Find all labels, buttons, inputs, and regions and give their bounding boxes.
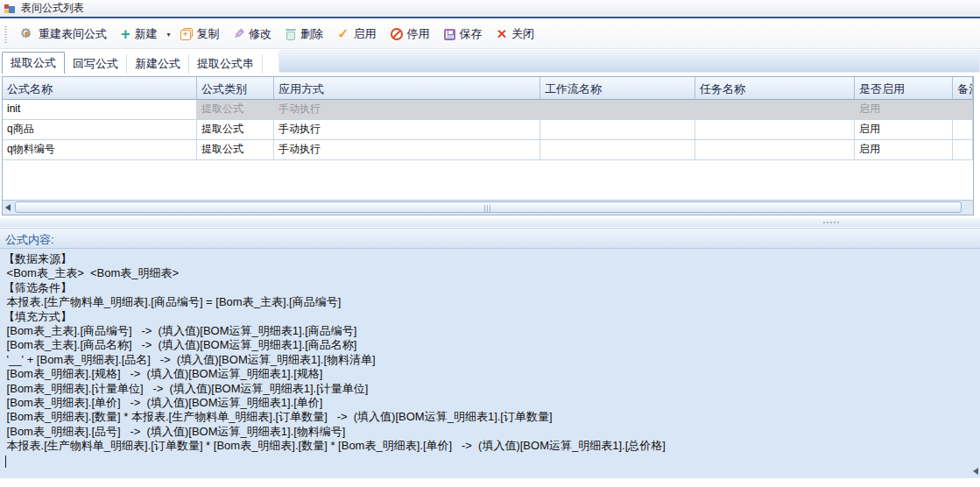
close-icon: ✕ (497, 28, 508, 40)
cell-formula-type[interactable]: 提取公式 (197, 100, 274, 119)
button-label: 关闭 (511, 26, 534, 42)
column-header-enabled[interactable]: 是否启用 (855, 77, 953, 99)
plus-icon: + (121, 28, 130, 40)
text-caret (5, 455, 6, 468)
horizontal-scrollbar[interactable] (3, 200, 973, 215)
formula-line: 【填充方式】 (4, 310, 980, 324)
formula-line: [Bom表_明细表].[品号] -> (填入值)[BOM运算_明细表1].[物料… (4, 425, 980, 439)
copy-icon (180, 28, 193, 40)
column-header-remark[interactable]: 备注 (953, 77, 973, 99)
toolbar-grip[interactable] (4, 25, 7, 43)
tab-extract-formula[interactable]: 提取公式 (2, 52, 65, 74)
formula-line: [Bom表_明细表].[规格] -> (填入值)[BOM运算_明细表1].[规格… (4, 367, 980, 381)
cell-enabled[interactable]: 启用 (855, 120, 953, 139)
cell-task-name[interactable] (695, 100, 855, 119)
save-icon (444, 29, 455, 40)
toolbar: 重建表间公式 + 新建 ▾ 复制 ✎ 修改 删除 ✓ 启用 停用 保存 ✕ 关闭 (0, 20, 980, 49)
column-header-apply-mode[interactable]: 应用方式 (274, 77, 540, 99)
pencil-icon: ✎ (234, 28, 245, 40)
rebuild-formula-button[interactable]: 重建表间公式 (13, 24, 114, 45)
cell-apply-mode[interactable]: 手动执行 (274, 140, 540, 159)
trash-icon (286, 28, 296, 40)
cell-apply-mode[interactable]: 手动执行 (274, 100, 540, 119)
formula-line: [Bom表_主表].[商品名称] -> (填入值)[BOM运算_明细表1].[商… (4, 338, 980, 352)
cell-remark[interactable] (953, 120, 973, 139)
enable-button[interactable]: ✓ 启用 (330, 24, 383, 45)
button-label: 保存 (460, 26, 483, 42)
tab-extract-formula-chain[interactable]: 提取公式串 (189, 54, 263, 74)
table-row[interactable]: q商品 提取公式 手动执行 启用 (3, 120, 973, 140)
cell-enabled[interactable]: 启用 (855, 140, 953, 159)
column-header-workflow-name[interactable]: 工作流名称 (540, 77, 695, 99)
window-form-icon (4, 3, 16, 15)
formula-content-textbox[interactable]: 【数据来源】 <Bom表_主表> <Bom表_明细表> 【筛选条件】 本报表.[… (0, 249, 980, 478)
button-label: 新建 (135, 26, 158, 42)
block-icon (391, 28, 403, 40)
gear-icon (20, 27, 34, 41)
new-dropdown-arrow-icon[interactable]: ▾ (165, 31, 173, 39)
tab-writeback-formula[interactable]: 回写公式 (65, 54, 127, 74)
column-header-formula-name[interactable]: 公式名称 (3, 77, 197, 99)
formula-content-header: 公式内容: (0, 228, 980, 249)
check-icon: ✓ (337, 28, 349, 40)
window-titlebar: 表间公式列表 (0, 0, 980, 18)
cell-apply-mode[interactable]: 手动执行 (274, 120, 540, 139)
column-header-task-name[interactable]: 任务名称 (695, 77, 855, 99)
button-label: 停用 (407, 26, 430, 42)
formula-line: <Bom表_主表> <Bom表_明细表> (4, 266, 980, 280)
modify-button[interactable]: ✎ 修改 (227, 24, 279, 45)
scrollbar-thumb[interactable] (15, 201, 962, 213)
formula-line: 本报表.[生产物料单_明细表].[订单数量] * [Bom表_明细表].[数量]… (4, 439, 980, 453)
delete-button[interactable]: 删除 (278, 24, 330, 45)
tab-bar: 提取公式 回写公式 新建公式 提取公式串 (0, 49, 980, 76)
cell-workflow-name[interactable] (540, 100, 695, 119)
window-title: 表间公式列表 (21, 1, 84, 16)
button-label: 重建表间公式 (39, 26, 107, 42)
panel-scroll-arrow-icon[interactable] (973, 468, 978, 475)
disable-button[interactable]: 停用 (384, 24, 437, 45)
formula-line: 【筛选条件】 (4, 281, 980, 295)
cell-task-name[interactable] (695, 120, 855, 139)
cell-workflow-name[interactable] (540, 120, 695, 139)
scroll-left-arrow-icon[interactable] (5, 204, 11, 211)
formula-line: '__' + [Bom表_明细表].[品名] -> (填入值)[BOM运算_明细… (4, 353, 980, 367)
table-header-row: 公式名称 公式类别 应用方式 工作流名称 任务名称 是否启用 备注 (3, 77, 973, 100)
formula-line: 【数据来源】 (4, 252, 980, 266)
formula-line: [Bom表_明细表].[数量] * 本报表.[生产物料单_明细表].[订单数量]… (4, 410, 980, 424)
formula-line: 本报表.[生产物料单_明细表].[商品编号] = [Bom表_主表].[商品编号… (4, 295, 980, 309)
window-bottom-edge (0, 478, 980, 487)
tab-bar-filler (278, 50, 980, 73)
button-label: 删除 (300, 26, 323, 42)
cell-formula-name[interactable]: init (3, 100, 197, 119)
cell-formula-type[interactable]: 提取公式 (197, 120, 274, 139)
cell-remark[interactable] (953, 100, 973, 119)
cell-formula-name[interactable]: q物料编号 (3, 140, 197, 159)
cell-task-name[interactable] (695, 140, 855, 159)
close-button[interactable]: ✕ 关闭 (490, 24, 542, 45)
button-label: 复制 (197, 26, 220, 42)
formula-table: 公式名称 公式类别 应用方式 工作流名称 任务名称 是否启用 备注 init 提… (2, 76, 974, 215)
table-row[interactable]: init 提取公式 手动执行 启用 (3, 100, 973, 120)
cell-formula-name[interactable]: q商品 (3, 120, 197, 139)
cell-workflow-name[interactable] (540, 140, 695, 159)
formula-content-title: 公式内容: (5, 233, 54, 246)
new-button[interactable]: + 新建 (114, 24, 165, 45)
column-header-formula-type[interactable]: 公式类别 (197, 77, 274, 99)
formula-line: [Bom表_明细表].[单价] -> (填入值)[BOM运算_明细表1].[单价… (4, 396, 980, 410)
cell-enabled[interactable]: 启用 (855, 100, 953, 119)
formula-line: [Bom表_明细表].[计量单位] -> (填入值)[BOM运算_明细表1].[… (4, 382, 980, 396)
tab-new-formula[interactable]: 新建公式 (127, 54, 189, 74)
cell-remark[interactable] (953, 140, 973, 159)
button-label: 修改 (249, 26, 271, 42)
table-empty-area (3, 160, 973, 200)
cell-formula-type[interactable]: 提取公式 (197, 140, 274, 159)
panel-splitter[interactable] (0, 218, 980, 227)
save-button[interactable]: 保存 (437, 24, 490, 45)
formula-line: [Bom表_主表].[商品编号] -> (填入值)[BOM运算_明细表1].[商… (4, 324, 980, 338)
table-row[interactable]: q物料编号 提取公式 手动执行 启用 (3, 140, 973, 160)
splitter-grip-dots-icon (823, 222, 825, 223)
button-label: 启用 (354, 26, 377, 42)
copy-button[interactable]: 复制 (173, 24, 227, 45)
